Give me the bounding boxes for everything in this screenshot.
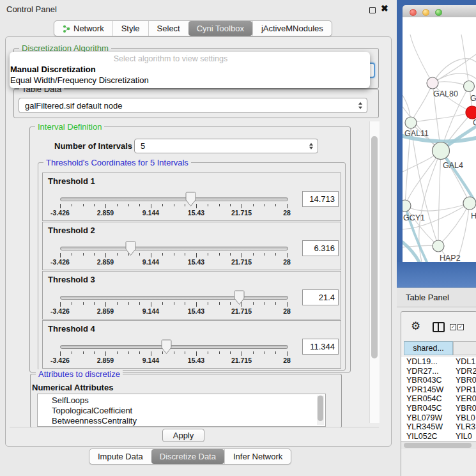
tick-mark	[105, 253, 106, 257]
cell-name: YBR0	[456, 404, 476, 413]
tick-label: 2.859	[97, 357, 114, 364]
table-row[interactable]: YDL19...YDL1	[401, 357, 476, 367]
panel-scrollbar[interactable]	[369, 121, 380, 423]
bottom-tab-discretize-data-label: Discretize Data	[160, 452, 216, 461]
numerical-attributes-list[interactable]: SelfLoopsTopologicalCoefficientBetweenne…	[37, 394, 326, 427]
float-window-icon[interactable]	[369, 7, 376, 13]
tick-label: 9.144	[142, 258, 159, 266]
bottom-tab-impute-data[interactable]: Impute Data	[89, 449, 151, 464]
tick-mark	[105, 204, 106, 208]
table-row[interactable]: YBR043CYBR0	[401, 376, 476, 385]
cell-shared-name: YPR145W	[406, 385, 443, 394]
network-node-label: GAL4	[443, 161, 463, 170]
table-row[interactable]: YPR145WYPR1	[401, 385, 476, 395]
tick-mark	[230, 204, 231, 206]
bottom-tab-discretize-data[interactable]: Discretize Data	[151, 449, 224, 464]
slider-track	[60, 296, 288, 300]
threshold-slider[interactable]: -3.4262.8599.14415.4321.71528	[60, 345, 287, 364]
tick-mark	[287, 204, 288, 208]
network-node-ga[interactable]	[464, 81, 475, 92]
minimize-traffic-light-icon[interactable]	[422, 9, 429, 16]
top-tab-bar: NetworkStyleSelectCyni ToolboxjActiveMNo…	[54, 20, 332, 36]
tab-select[interactable]: Select	[148, 21, 188, 36]
threshold-slider[interactable]: -3.4262.8599.14415.4321.71528	[60, 247, 287, 266]
apply-button[interactable]: Apply	[162, 429, 204, 442]
table-horizontal-scrollbar[interactable]	[401, 441, 476, 450]
tab-jactivemnodules[interactable]: jActiveMNodules	[252, 21, 332, 36]
algorithm-dropdown-popup: Select algorithm to view settings Manual…	[10, 52, 370, 88]
select-columns-icon-2[interactable]: ✓	[457, 324, 464, 330]
attribute-list-item[interactable]: SelfLoops	[38, 395, 325, 406]
table-row[interactable]: YBL079WYBL0	[401, 413, 476, 423]
tab-style[interactable]: Style	[112, 21, 148, 36]
cell-shared-name: YBL079W	[406, 413, 442, 422]
table-panel-titlebar[interactable]: Table Panel	[397, 288, 476, 307]
attribute-list-item[interactable]: TopologicalCoefficient	[38, 406, 325, 416]
tick-mark	[230, 351, 231, 354]
control-panel-title: Control Panel	[6, 4, 57, 14]
algorithm-option-equal-width-frequency-discretization[interactable]: Equal Width/Frequency Discretization	[10, 75, 149, 85]
table-row[interactable]: YER054CYER0	[401, 394, 476, 404]
attribute-list-item[interactable]: BetweennessCentrality	[38, 416, 325, 426]
slider-thumb[interactable]	[185, 192, 196, 210]
tick-mark	[72, 204, 72, 206]
tick-mark	[275, 253, 276, 256]
tick-mark	[162, 253, 163, 256]
network-node-h[interactable]	[463, 197, 476, 210]
threshold-value-field[interactable]: 6.316	[302, 240, 339, 256]
table-hscrollbar-thumb[interactable]	[404, 443, 472, 448]
tick-mark	[219, 204, 220, 206]
table-row[interactable]: YLR345WYLR3	[401, 422, 476, 432]
close-traffic-light-icon[interactable]	[410, 9, 417, 16]
network-node-hap2[interactable]	[433, 240, 444, 252]
threshold-value-field[interactable]: 14.713	[302, 191, 339, 207]
number-of-intervals-combobox[interactable]: 5	[134, 139, 318, 153]
network-view-canvas[interactable]: GAL80GACGAL11GAL4GCY1HHAP2	[403, 17, 476, 262]
algorithm-option-manual-discretization[interactable]: Manual Discretization	[10, 65, 96, 74]
threshold-slider[interactable]: -3.4262.8599.14415.4321.71528	[60, 296, 287, 315]
bottom-tab-infer-network[interactable]: Infer Network	[224, 449, 291, 464]
threshold-slider[interactable]: -3.4262.8599.14415.4321.71528	[60, 197, 287, 217]
slider-thumb[interactable]	[125, 241, 136, 259]
column-header-name[interactable]: na	[453, 341, 476, 355]
table-data-combobox[interactable]: galFiltered.sif default node	[19, 98, 367, 113]
threshold-label: Threshold 3	[48, 275, 95, 284]
network-node-label: GAL11	[404, 129, 429, 138]
network-window-titlebar[interactable]	[403, 5, 476, 18]
tick-mark	[174, 253, 174, 256]
slider-thumb[interactable]	[234, 290, 245, 308]
settings-gear-icon[interactable]: ⚙	[411, 319, 420, 333]
network-node-gal80[interactable]	[427, 77, 438, 89]
tick-mark	[230, 253, 231, 256]
threshold-value-field[interactable]: 21.4	[302, 289, 339, 305]
table-row[interactable]: YBR045CYBR0	[401, 404, 476, 413]
tick-mark	[72, 351, 72, 354]
tab-network[interactable]: Network	[54, 21, 112, 36]
network-node-gcy1[interactable]	[403, 200, 411, 211]
tick-mark	[117, 351, 118, 354]
panel-scrollbar-thumb[interactable]	[371, 136, 378, 358]
select-columns-icon[interactable]: ✓	[450, 324, 456, 330]
tick-mark	[196, 253, 197, 257]
threshold-value-field[interactable]: 11.344	[302, 339, 339, 355]
cell-shared-name: YBR043C	[406, 376, 442, 385]
tab-cyni-toolbox[interactable]: Cyni Toolbox	[188, 21, 252, 36]
column-header-shared-name[interactable]: shared...	[404, 341, 453, 355]
slider-thumb[interactable]	[161, 339, 172, 357]
network-node-c[interactable]	[466, 106, 476, 119]
attributes-scrollbar-thumb[interactable]	[318, 395, 323, 421]
zoom-traffic-light-icon[interactable]	[435, 9, 442, 16]
split-view-icon[interactable]	[433, 322, 445, 332]
tick-label: 28	[283, 307, 291, 315]
close-icon[interactable]: ✖	[381, 3, 388, 13]
cell-name: YDR2	[456, 367, 476, 376]
tick-mark	[185, 302, 185, 305]
tick-mark	[185, 351, 185, 354]
table-row[interactable]: YDR27...YDR2	[401, 367, 476, 376]
tick-label: 21.715	[231, 357, 252, 364]
attributes-list-scrollbar[interactable]	[317, 395, 324, 425]
network-node-gal4[interactable]	[433, 142, 450, 160]
table-row[interactable]: YIL052CYIL0	[401, 432, 476, 441]
network-node-gal11[interactable]	[405, 117, 417, 128]
tick-mark	[72, 302, 72, 305]
